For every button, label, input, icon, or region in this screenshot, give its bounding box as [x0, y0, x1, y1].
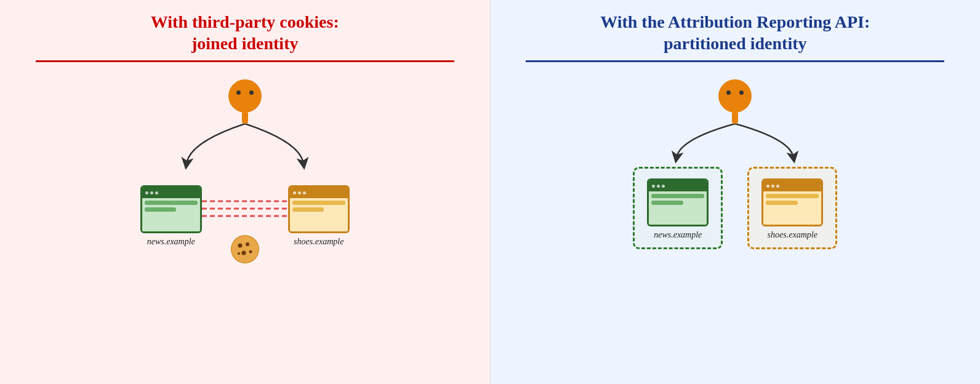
line1 [145, 201, 198, 205]
dot8 [657, 185, 660, 188]
dot12 [776, 185, 779, 188]
right-person-head [718, 79, 752, 113]
line8 [766, 201, 798, 205]
line5 [651, 194, 704, 198]
left-person [228, 79, 262, 124]
dot11 [771, 185, 774, 188]
right-person [718, 79, 752, 124]
dot9 [662, 185, 665, 188]
left-news-browser-body [142, 198, 200, 231]
right-shoes-body [763, 191, 821, 225]
line2 [145, 207, 177, 212]
line4 [292, 207, 324, 212]
left-shoes-browser-group: shoes.example [288, 185, 350, 247]
right-news-body [649, 191, 707, 225]
left-person-head [228, 79, 262, 113]
dot1 [145, 191, 148, 194]
line7 [766, 194, 819, 198]
left-diagram: news.example [12, 73, 478, 265]
left-news-browser-bar [142, 187, 200, 198]
right-title: With the Attribution Reporting API: part… [600, 11, 870, 54]
line3 [292, 201, 345, 205]
right-panel: With the Attribution Reporting API: part… [491, 0, 981, 384]
dashed-lines-cookie [202, 193, 288, 265]
right-shoes-box: shoes.example [747, 167, 837, 249]
right-news-bar [649, 180, 707, 191]
dot6 [303, 191, 306, 194]
left-shoes-browser-body [290, 198, 348, 231]
right-arrows-svg [581, 124, 889, 173]
svg-point-6 [246, 242, 249, 246]
svg-point-7 [241, 251, 246, 255]
dot7 [652, 185, 655, 188]
right-divider [526, 60, 944, 62]
svg-point-8 [249, 250, 252, 254]
left-shoes-label: shoes.example [294, 237, 343, 247]
left-divider [36, 60, 454, 62]
right-diagram: news.example shoes.example [503, 73, 968, 249]
dot5 [298, 191, 301, 194]
dot2 [150, 191, 153, 194]
cookie-icon [229, 233, 261, 265]
left-arrows-svg [128, 124, 362, 185]
left-shoes-browser-bar [290, 187, 348, 198]
right-news-browser [647, 178, 709, 226]
right-shoes-label: shoes.example [768, 230, 817, 240]
right-news-box: news.example [633, 167, 723, 249]
right-shoes-browser [761, 178, 823, 226]
right-boxes-row: news.example shoes.example [633, 167, 837, 249]
left-person-neck [242, 113, 248, 124]
left-news-label: news.example [147, 237, 195, 247]
dot3 [155, 191, 158, 194]
line6 [651, 201, 683, 205]
right-person-neck [732, 113, 738, 124]
left-panel: With third-party cookies: joined identit… [0, 0, 491, 384]
svg-point-5 [238, 244, 242, 248]
left-news-browser [140, 185, 202, 233]
right-person-row [503, 79, 968, 124]
left-shoes-browser [288, 185, 350, 233]
dot4 [293, 191, 296, 194]
left-news-browser-group: news.example [140, 185, 202, 247]
right-shoes-bar [763, 180, 821, 191]
svg-point-4 [231, 236, 259, 263]
dot10 [766, 185, 769, 188]
dashed-lines-svg [202, 193, 288, 227]
right-news-label: news.example [654, 230, 702, 240]
left-title: With third-party cookies: joined identit… [151, 11, 339, 54]
left-browsers-container: news.example [140, 185, 350, 265]
svg-point-9 [238, 252, 240, 255]
